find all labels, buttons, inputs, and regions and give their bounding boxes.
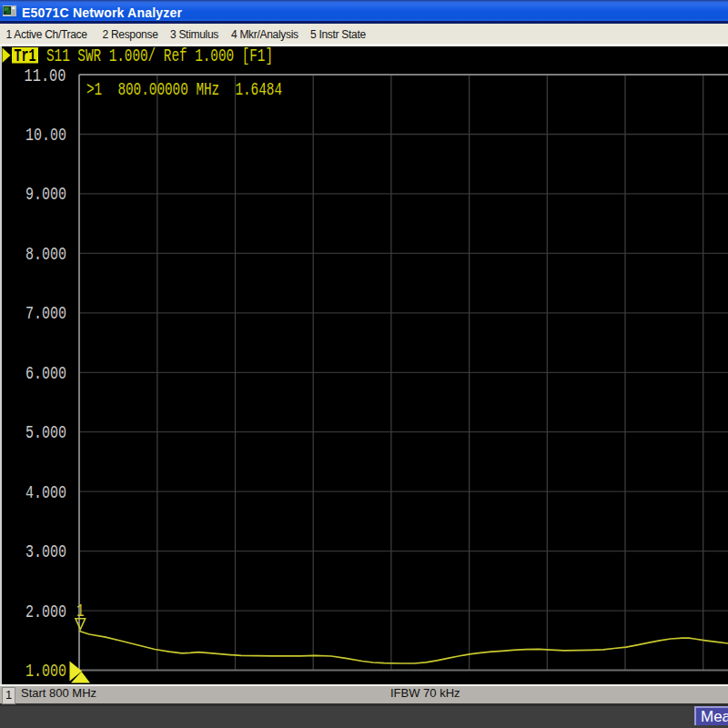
svg-text:10.00: 10.00 — [25, 125, 66, 146]
svg-text:8.000: 8.000 — [25, 244, 66, 265]
svg-text:9.000: 9.000 — [25, 184, 66, 205]
svg-text:Tr1: Tr1 — [15, 46, 36, 66]
svg-text:3.000: 3.000 — [25, 541, 66, 562]
svg-text:S11 SWR 1.000/ Ref 1.000 [F1]: S11 SWR 1.000/ Ref 1.000 [F1] — [46, 46, 273, 66]
svg-text:>1 800.00000 MHz 1.6484: >1 800.00000 MHz 1.6484 — [86, 79, 282, 100]
svg-text:11.00: 11.00 — [25, 66, 66, 86]
svg-text:4.000: 4.000 — [25, 482, 66, 503]
svg-text:5.000: 5.000 — [25, 422, 66, 443]
svg-text:1.000: 1.000 — [25, 661, 66, 682]
svg-text:6.000: 6.000 — [25, 363, 66, 384]
svg-text:7.000: 7.000 — [25, 303, 66, 324]
svg-text:2.000: 2.000 — [25, 602, 66, 622]
